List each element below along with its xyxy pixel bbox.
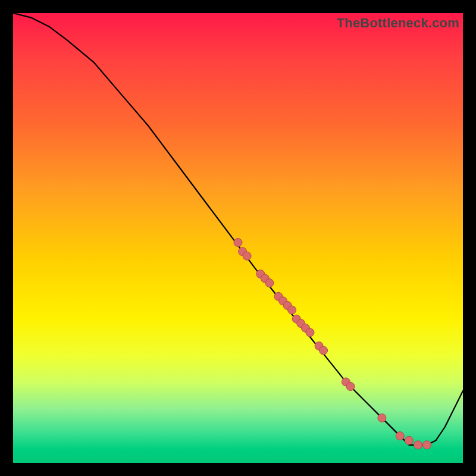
data-point [288, 306, 296, 314]
data-point [396, 432, 404, 440]
data-point [243, 252, 251, 260]
data-point [306, 328, 314, 337]
data-points-group [234, 239, 431, 449]
data-point [378, 414, 386, 422]
data-point [346, 383, 355, 391]
curve-line [13, 13, 463, 445]
data-point [423, 441, 431, 449]
data-point [265, 279, 274, 287]
chart-overlay [13, 13, 463, 463]
chart-frame: TheBottleneck.com [0, 0, 476, 476]
data-point [320, 346, 328, 355]
data-point [405, 436, 413, 444]
data-point [234, 239, 242, 247]
data-point [414, 441, 422, 449]
